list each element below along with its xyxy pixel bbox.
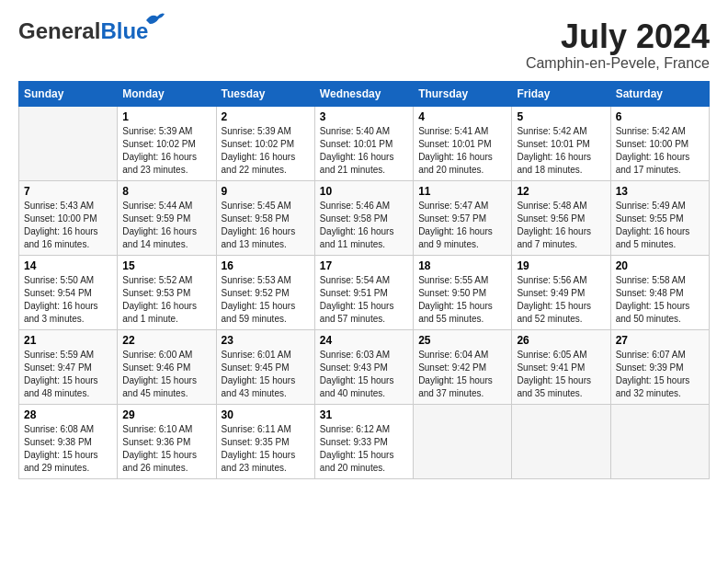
day-number: 5 <box>517 110 605 123</box>
day-info: Sunrise: 6:04 AM Sunset: 9:42 PM Dayligh… <box>418 349 506 400</box>
day-info: Sunrise: 5:45 AM Sunset: 9:58 PM Dayligh… <box>222 200 310 251</box>
calendar-cell: 2Sunrise: 5:39 AM Sunset: 10:02 PM Dayli… <box>216 106 314 180</box>
day-number: 21 <box>24 334 112 347</box>
calendar-cell: 17Sunrise: 5:54 AM Sunset: 9:51 PM Dayli… <box>314 255 413 329</box>
day-info: Sunrise: 5:39 AM Sunset: 10:02 PM Daylig… <box>222 125 310 177</box>
day-number: 10 <box>320 185 408 198</box>
calendar-cell: 18Sunrise: 5:55 AM Sunset: 9:50 PM Dayli… <box>414 255 512 329</box>
day-number: 26 <box>517 334 605 347</box>
calendar-week-4: 21Sunrise: 5:59 AM Sunset: 9:47 PM Dayli… <box>19 329 710 404</box>
day-info: Sunrise: 6:10 AM Sunset: 9:36 PM Dayligh… <box>122 423 210 475</box>
logo: GeneralBlue <box>18 18 148 44</box>
day-info: Sunrise: 5:52 AM Sunset: 9:53 PM Dayligh… <box>122 274 210 326</box>
day-number: 2 <box>222 110 310 123</box>
day-number: 7 <box>24 185 112 198</box>
day-number: 31 <box>320 408 408 421</box>
calendar-cell <box>414 404 512 478</box>
calendar-cell: 13Sunrise: 5:49 AM Sunset: 9:55 PM Dayli… <box>610 180 709 255</box>
calendar-cell: 16Sunrise: 5:53 AM Sunset: 9:52 PM Dayli… <box>216 255 314 329</box>
day-number: 27 <box>616 334 704 347</box>
day-info: Sunrise: 6:08 AM Sunset: 9:38 PM Dayligh… <box>24 423 112 475</box>
day-info: Sunrise: 5:47 AM Sunset: 9:57 PM Dayligh… <box>418 200 506 251</box>
day-info: Sunrise: 6:01 AM Sunset: 9:45 PM Dayligh… <box>222 349 310 400</box>
day-number: 4 <box>418 110 506 123</box>
calendar-table: SundayMondayTuesdayWednesdayThursdayFrid… <box>18 81 710 479</box>
calendar-cell: 6Sunrise: 5:42 AM Sunset: 10:00 PM Dayli… <box>610 106 709 180</box>
day-number: 29 <box>122 408 210 421</box>
day-info: Sunrise: 5:42 AM Sunset: 10:00 PM Daylig… <box>616 125 704 177</box>
day-number: 30 <box>222 408 310 421</box>
calendar-cell: 7Sunrise: 5:43 AM Sunset: 10:00 PM Dayli… <box>19 180 118 255</box>
day-number: 18 <box>418 259 506 272</box>
day-number: 11 <box>418 185 506 198</box>
day-number: 28 <box>24 408 112 421</box>
calendar-cell: 9Sunrise: 5:45 AM Sunset: 9:58 PM Daylig… <box>216 180 314 255</box>
day-info: Sunrise: 5:48 AM Sunset: 9:56 PM Dayligh… <box>517 200 605 251</box>
calendar-cell: 28Sunrise: 6:08 AM Sunset: 9:38 PM Dayli… <box>19 404 118 478</box>
day-number: 22 <box>122 334 210 347</box>
day-info: Sunrise: 5:55 AM Sunset: 9:50 PM Dayligh… <box>418 274 506 326</box>
calendar-cell: 15Sunrise: 5:52 AM Sunset: 9:53 PM Dayli… <box>118 255 216 329</box>
calendar-cell: 8Sunrise: 5:44 AM Sunset: 9:59 PM Daylig… <box>118 180 216 255</box>
header-thursday: Thursday <box>414 81 512 106</box>
day-info: Sunrise: 6:03 AM Sunset: 9:43 PM Dayligh… <box>320 349 408 400</box>
day-info: Sunrise: 5:49 AM Sunset: 9:55 PM Dayligh… <box>616 200 704 251</box>
day-info: Sunrise: 5:59 AM Sunset: 9:47 PM Dayligh… <box>24 349 112 400</box>
calendar-cell: 12Sunrise: 5:48 AM Sunset: 9:56 PM Dayli… <box>512 180 610 255</box>
logo-blue: Blue <box>100 18 148 43</box>
day-number: 9 <box>222 185 310 198</box>
day-info: Sunrise: 5:50 AM Sunset: 9:54 PM Dayligh… <box>24 274 112 326</box>
day-info: Sunrise: 6:11 AM Sunset: 9:35 PM Dayligh… <box>222 423 310 475</box>
day-number: 25 <box>418 334 506 347</box>
calendar-cell: 24Sunrise: 6:03 AM Sunset: 9:43 PM Dayli… <box>314 329 413 404</box>
calendar-week-1: 1Sunrise: 5:39 AM Sunset: 10:02 PM Dayli… <box>19 106 710 180</box>
calendar-cell: 4Sunrise: 5:41 AM Sunset: 10:01 PM Dayli… <box>414 106 512 180</box>
day-number: 1 <box>122 110 210 123</box>
day-number: 14 <box>24 259 112 272</box>
calendar-cell <box>512 404 610 478</box>
day-info: Sunrise: 5:44 AM Sunset: 9:59 PM Dayligh… <box>122 200 210 251</box>
day-number: 15 <box>122 259 210 272</box>
header-sunday: Sunday <box>19 81 118 106</box>
day-number: 13 <box>616 185 704 198</box>
calendar-cell: 21Sunrise: 5:59 AM Sunset: 9:47 PM Dayli… <box>19 329 118 404</box>
day-info: Sunrise: 5:46 AM Sunset: 9:58 PM Dayligh… <box>320 200 408 251</box>
calendar-cell: 27Sunrise: 6:07 AM Sunset: 9:39 PM Dayli… <box>610 329 709 404</box>
day-number: 12 <box>517 185 605 198</box>
calendar-cell: 22Sunrise: 6:00 AM Sunset: 9:46 PM Dayli… <box>118 329 216 404</box>
day-info: Sunrise: 5:39 AM Sunset: 10:02 PM Daylig… <box>122 125 210 177</box>
logo-bird-icon <box>144 11 165 28</box>
day-info: Sunrise: 5:54 AM Sunset: 9:51 PM Dayligh… <box>320 274 408 326</box>
day-number: 6 <box>616 110 704 123</box>
day-info: Sunrise: 5:58 AM Sunset: 9:48 PM Dayligh… <box>616 274 704 326</box>
calendar-cell: 23Sunrise: 6:01 AM Sunset: 9:45 PM Dayli… <box>216 329 314 404</box>
calendar-cell: 30Sunrise: 6:11 AM Sunset: 9:35 PM Dayli… <box>216 404 314 478</box>
day-info: Sunrise: 6:12 AM Sunset: 9:33 PM Dayligh… <box>320 423 408 475</box>
header-wednesday: Wednesday <box>314 81 413 106</box>
calendar-cell: 10Sunrise: 5:46 AM Sunset: 9:58 PM Dayli… <box>314 180 413 255</box>
calendar-cell <box>610 404 709 478</box>
calendar-week-3: 14Sunrise: 5:50 AM Sunset: 9:54 PM Dayli… <box>19 255 710 329</box>
day-number: 16 <box>222 259 310 272</box>
day-number: 24 <box>320 334 408 347</box>
calendar-cell: 31Sunrise: 6:12 AM Sunset: 9:33 PM Dayli… <box>314 404 413 478</box>
day-info: Sunrise: 5:43 AM Sunset: 10:00 PM Daylig… <box>24 200 112 251</box>
header-saturday: Saturday <box>610 81 709 106</box>
calendar-header-row: SundayMondayTuesdayWednesdayThursdayFrid… <box>19 81 710 106</box>
day-info: Sunrise: 6:07 AM Sunset: 9:39 PM Dayligh… <box>616 349 704 400</box>
day-number: 3 <box>320 110 408 123</box>
calendar-cell: 25Sunrise: 6:04 AM Sunset: 9:42 PM Dayli… <box>414 329 512 404</box>
day-info: Sunrise: 5:42 AM Sunset: 10:01 PM Daylig… <box>517 125 605 177</box>
calendar-cell: 3Sunrise: 5:40 AM Sunset: 10:01 PM Dayli… <box>314 106 413 180</box>
calendar-cell: 1Sunrise: 5:39 AM Sunset: 10:02 PM Dayli… <box>118 106 216 180</box>
day-number: 17 <box>320 259 408 272</box>
day-number: 8 <box>122 185 210 198</box>
calendar-cell: 5Sunrise: 5:42 AM Sunset: 10:01 PM Dayli… <box>512 106 610 180</box>
logo-general: General <box>18 18 100 43</box>
calendar-cell <box>19 106 118 180</box>
day-info: Sunrise: 5:56 AM Sunset: 9:49 PM Dayligh… <box>517 274 605 326</box>
day-info: Sunrise: 5:41 AM Sunset: 10:01 PM Daylig… <box>418 125 506 177</box>
header-friday: Friday <box>512 81 610 106</box>
header-monday: Monday <box>118 81 216 106</box>
day-info: Sunrise: 6:05 AM Sunset: 9:41 PM Dayligh… <box>517 349 605 400</box>
